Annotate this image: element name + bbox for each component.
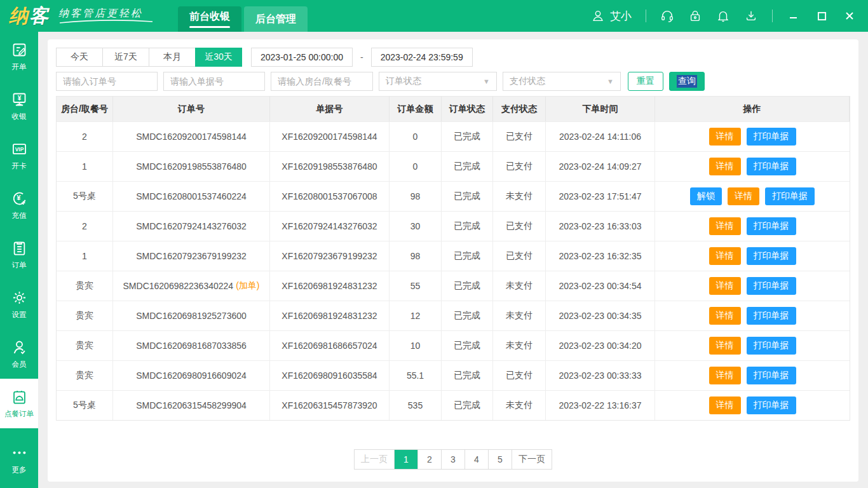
sidebar-item-orders[interactable]: 订单 [0, 230, 38, 280]
main-area: 今天 近7天 本月 近30天 2023-01-25 00:00:00 - 202… [38, 32, 868, 488]
cell-receipt-no: XF16208001537067008 [270, 182, 390, 211]
cell-amount: 98 [390, 182, 442, 211]
range-month-button[interactable]: 本月 [149, 48, 196, 67]
detail-button[interactable]: 详情 [709, 277, 741, 295]
cell-pay-status: 已支付 [493, 212, 546, 241]
sidebar-item-vip-card[interactable]: VIP 开卡 [0, 131, 38, 180]
header-divider [646, 10, 646, 22]
range-30days-button[interactable]: 近30天 [195, 48, 242, 67]
cell-actions: 详情打印单据 [655, 122, 850, 151]
print-button[interactable]: 打印单据 [747, 396, 796, 414]
order-no-input[interactable] [56, 72, 158, 91]
detail-button[interactable]: 详情 [709, 128, 741, 146]
tab-backend-admin[interactable]: 后台管理 [244, 6, 308, 32]
page-button-5[interactable]: 5 [488, 450, 512, 469]
tab-front-cashier[interactable]: 前台收银 [178, 6, 241, 32]
detail-button[interactable]: 详情 [709, 367, 741, 384]
pay-status-select[interactable]: 支付状态 ▼ [503, 72, 621, 91]
print-button[interactable]: 打印单据 [747, 128, 796, 146]
print-button[interactable]: 打印单据 [747, 158, 796, 175]
col-order-status: 订单状态 [442, 97, 493, 121]
headset-icon[interactable] [660, 9, 674, 23]
sidebar-item-billing[interactable]: 开单 [0, 32, 38, 81]
order-status-select[interactable]: 订单状态 ▼ [379, 72, 497, 91]
cell-order-status: 已完成 [442, 271, 493, 301]
range-7days-button[interactable]: 近7天 [102, 48, 149, 67]
sidebar-item-food-orders[interactable]: 点餐订单 [0, 379, 38, 428]
sidebar-item-recharge[interactable]: ¥ 充值 [0, 180, 38, 230]
maximize-button[interactable] [815, 9, 829, 23]
page-button-1[interactable]: 1 [394, 450, 417, 469]
date-range-separator: - [360, 52, 363, 62]
detail-button[interactable]: 详情 [709, 396, 741, 414]
detail-button[interactable]: 详情 [728, 187, 759, 205]
sidebar-item-more[interactable]: 更多 [0, 435, 38, 484]
detail-button[interactable]: 详情 [709, 247, 741, 265]
cell-order-status: 已完成 [442, 391, 493, 420]
vip-card-icon: VIP [11, 140, 28, 158]
print-button[interactable]: 打印单据 [747, 217, 796, 235]
print-button[interactable]: 打印单据 [747, 277, 796, 295]
cell-order-no: SMDC16207923679199232 [113, 241, 270, 271]
cell-order-status: 已完成 [442, 331, 493, 360]
cell-table-no: 1 [57, 241, 113, 271]
member-icon [11, 339, 28, 356]
close-button[interactable] [843, 9, 857, 23]
prev-page-button[interactable]: 上一页 [355, 450, 394, 469]
minimize-button[interactable] [787, 9, 801, 23]
table-no-input[interactable] [271, 72, 373, 91]
print-button[interactable]: 打印单据 [765, 187, 815, 205]
cell-receipt-no: XF16206315457873920 [270, 391, 390, 420]
cell-amount: 10 [390, 331, 442, 360]
bell-icon[interactable] [716, 9, 730, 23]
detail-button[interactable]: 详情 [709, 307, 741, 325]
cell-order-no: SMDC16206315458299904 [113, 391, 270, 420]
detail-button[interactable]: 详情 [709, 217, 741, 235]
cell-amount: 98 [390, 241, 442, 271]
table-row: 贵宾 SMDC16206982236340224(加单) XF162069819… [57, 271, 850, 301]
print-button[interactable]: 打印单据 [747, 247, 796, 265]
print-button[interactable]: 打印单据 [747, 307, 796, 325]
pagination: 上一页 12345下一页 [56, 449, 850, 470]
date-from-input[interactable]: 2023-01-25 00:00:00 [251, 48, 353, 67]
cell-order-time: 2023-02-22 13:16:37 [546, 391, 655, 420]
reset-button[interactable]: 重置 [628, 72, 663, 91]
col-order-no: 订单号 [113, 97, 270, 121]
cell-order-time: 2023-02-23 00:34:35 [546, 301, 655, 330]
page-button-4[interactable]: 4 [465, 450, 488, 469]
table-row: 2 SMDC16207924143276032 XF16207924143276… [57, 212, 850, 241]
unlock-button[interactable]: 解锁 [690, 187, 722, 205]
cell-receipt-no: XF16206981924831232 [270, 301, 390, 330]
cell-order-time: 2023-02-23 00:33:33 [546, 361, 655, 390]
detail-button[interactable]: 详情 [709, 158, 741, 175]
sidebar-item-settings[interactable]: 设置 [0, 280, 38, 329]
search-button[interactable]: 查询 [669, 72, 705, 91]
date-to-input[interactable]: 2023-02-24 23:59:59 [371, 48, 473, 67]
lock-icon[interactable] [688, 9, 702, 23]
print-button[interactable]: 打印单据 [747, 367, 796, 384]
billing-icon [11, 41, 28, 58]
receipt-no-input[interactable] [163, 72, 265, 91]
download-icon[interactable] [744, 9, 758, 23]
cell-amount: 0 [390, 122, 442, 151]
app-slogan: 纳客管店更轻松 [58, 8, 154, 24]
page-button-2[interactable]: 2 [417, 450, 441, 469]
sidebar-item-members[interactable]: 会员 [0, 329, 38, 379]
cell-pay-status: 已支付 [493, 152, 546, 181]
recharge-icon: ¥ [11, 190, 28, 207]
user-account[interactable]: 艾小 [591, 9, 632, 24]
col-receipt-no: 单据号 [270, 97, 390, 121]
col-actions: 操作 [655, 97, 850, 121]
chevron-down-icon: ▼ [483, 78, 490, 85]
svg-text:VIP: VIP [15, 146, 24, 152]
sidebar-item-cashier[interactable]: ¥ 收银 [0, 81, 38, 131]
cell-actions: 详情打印单据 [655, 391, 850, 420]
print-button[interactable]: 打印单据 [747, 337, 796, 355]
cell-order-status: 已完成 [442, 361, 493, 390]
range-today-button[interactable]: 今天 [56, 48, 103, 67]
page-button-3[interactable]: 3 [441, 450, 465, 469]
next-page-button[interactable]: 下一页 [512, 450, 552, 469]
detail-button[interactable]: 详情 [709, 337, 741, 355]
app-header: 纳客 纳客管店更轻松 前台收银 后台管理 艾小 [0, 0, 868, 32]
app-logo: 纳客 [9, 0, 50, 32]
